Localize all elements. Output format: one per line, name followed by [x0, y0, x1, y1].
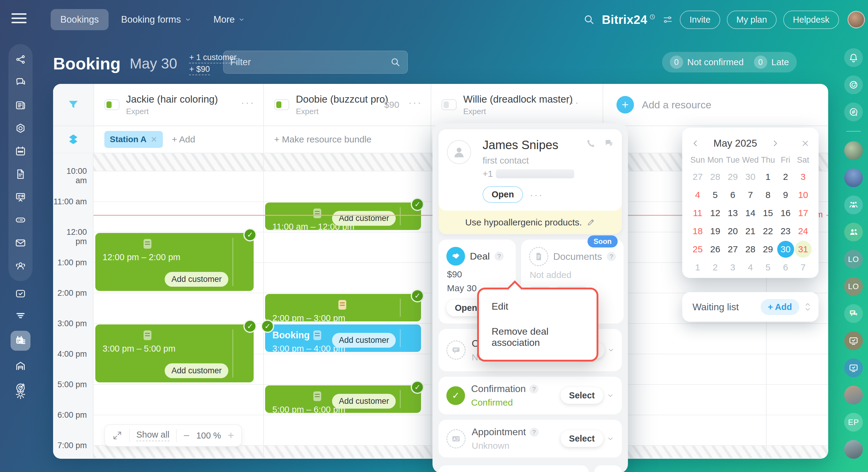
- show-all-link[interactable]: Show all: [136, 430, 169, 441]
- sidebar-item-news[interactable]: [14, 99, 27, 112]
- chat-icon[interactable]: [604, 138, 614, 148]
- appointment-select[interactable]: Select: [561, 430, 614, 447]
- sidebar-item-people[interactable]: [14, 260, 27, 272]
- calendar-day-26[interactable]: 26: [706, 240, 724, 258]
- calendar-day-19[interactable]: 19: [706, 222, 724, 240]
- zoom-in-button[interactable]: +: [228, 429, 234, 442]
- sidebar-item-document[interactable]: [14, 168, 27, 180]
- copilot-icon[interactable]: [844, 76, 863, 94]
- make-resource-bundle-link[interactable]: + Make resource bundle: [274, 134, 372, 145]
- calendar-day-4[interactable]: 4: [742, 258, 759, 276]
- chevron-down-icon[interactable]: [407, 394, 416, 404]
- sidebar-item-sites[interactable]: [14, 122, 27, 135]
- chevron-down-icon[interactable]: [239, 349, 249, 358]
- calendar-day-8[interactable]: 8: [759, 186, 777, 204]
- calendar-day-12[interactable]: 12: [706, 204, 724, 222]
- waiting-list-add-button[interactable]: + Add: [761, 299, 799, 315]
- station-a-chip[interactable]: Station A✕: [104, 131, 163, 148]
- add-customer-button[interactable]: Add customer: [332, 394, 396, 409]
- calendar-day-15[interactable]: 15: [759, 204, 777, 222]
- resource-jackie[interactable]: Jackie (hair coloring) Expert ···: [93, 84, 263, 125]
- calendar-day-24[interactable]: 24: [795, 222, 812, 240]
- sidebar-item-settings[interactable]: [14, 388, 27, 401]
- info-button[interactable]: [594, 465, 622, 472]
- chat-sync-icon[interactable]: [844, 102, 863, 121]
- resource-toggle[interactable]: [441, 99, 457, 110]
- two-people-icon[interactable]: [844, 223, 863, 241]
- booking-block[interactable]: Booking12:00 pm – 2:00 pmAdd customer✓: [95, 233, 254, 291]
- pencil-icon[interactable]: [587, 218, 595, 227]
- tab-bookings[interactable]: Bookings: [51, 9, 108, 30]
- sidebar-item-drive[interactable]: [14, 214, 27, 226]
- stage-open-pill[interactable]: Open: [483, 186, 523, 203]
- layers-icon[interactable]: [67, 133, 80, 146]
- phone-icon[interactable]: [586, 138, 596, 148]
- invite-button[interactable]: Invite: [680, 10, 720, 29]
- chevron-down-icon[interactable]: [407, 333, 416, 343]
- calendar-day-5[interactable]: 5: [706, 186, 724, 204]
- booking-block[interactable]: Booking11:00 am – 12:00 pmAdd customer✓: [265, 203, 421, 230]
- avatar-photo-1[interactable]: [844, 141, 863, 160]
- screen-check-icon[interactable]: [844, 358, 863, 377]
- calendar-day-14[interactable]: 14: [742, 204, 759, 222]
- sidebar-item-mail[interactable]: [14, 237, 27, 249]
- booking-block[interactable]: James Snipes2:00 pm – 3:00 pm$90CRM✓: [265, 294, 421, 321]
- expand-icon[interactable]: [112, 430, 122, 441]
- sidebar-item-warehouse[interactable]: [14, 360, 27, 373]
- search-icon[interactable]: [583, 13, 595, 26]
- calendar-day-2[interactable]: 2: [777, 168, 794, 186]
- sliders-icon[interactable]: [662, 14, 673, 25]
- help-icon[interactable]: ?: [529, 384, 538, 393]
- avatar-initials[interactable]: LO: [844, 250, 863, 269]
- calendar-day-9[interactable]: 9: [777, 186, 794, 204]
- collapse-toggle[interactable]: [804, 301, 811, 313]
- confirmation-select[interactable]: Select: [561, 387, 614, 404]
- screen-check-icon[interactable]: [844, 331, 863, 350]
- add-resource-button[interactable]: Add a resource: [602, 84, 766, 125]
- calendar-day-6[interactable]: 6: [724, 186, 742, 204]
- tab-booking-forms[interactable]: Booking forms: [112, 9, 201, 30]
- calendar-day-11[interactable]: 11: [689, 204, 706, 222]
- menu-item-edit[interactable]: Edit: [492, 301, 584, 312]
- add-station-link[interactable]: + Add: [172, 134, 195, 145]
- add-customer-button[interactable]: Add customer: [332, 333, 396, 348]
- chevron-down-icon[interactable]: [239, 257, 249, 267]
- add-customer-button[interactable]: Add customer: [165, 272, 228, 287]
- calendar-day-28[interactable]: 28: [706, 168, 724, 186]
- calendar-day-7[interactable]: 7: [742, 186, 759, 204]
- booking-block[interactable]: Booking3:00 pm – 4:00 pmAdd customer✓: [265, 324, 421, 352]
- chevron-down-icon[interactable]: [407, 303, 416, 313]
- calendar-day-23[interactable]: 23: [777, 222, 794, 240]
- calendar-day-10[interactable]: 10: [795, 186, 812, 204]
- tab-more[interactable]: More: [204, 9, 255, 30]
- menu-icon[interactable]: [11, 13, 27, 26]
- calendar-day-25[interactable]: 25: [689, 240, 706, 258]
- calendar-day-5[interactable]: 5: [759, 258, 777, 276]
- avatar-photo-3[interactable]: [844, 386, 863, 404]
- more-icon[interactable]: ···: [241, 101, 255, 104]
- add-customer-button[interactable]: Add customer: [332, 211, 396, 226]
- calendar-day-2[interactable]: 2: [706, 258, 724, 276]
- prev-month-icon[interactable]: [691, 139, 700, 148]
- sidebar-item-whiteboard[interactable]: [14, 191, 27, 203]
- search-icon[interactable]: [390, 57, 401, 68]
- close-icon[interactable]: [801, 139, 810, 148]
- calendar-day-27[interactable]: 27: [689, 168, 706, 186]
- add-customer-button[interactable]: Add customer: [165, 363, 228, 378]
- calendar-month[interactable]: May 2025: [702, 138, 769, 149]
- my-plan-button[interactable]: My plan: [727, 10, 777, 29]
- next-month-icon[interactable]: [771, 139, 780, 148]
- calendar-day-17[interactable]: 17: [795, 204, 812, 222]
- more-icon[interactable]: ···: [530, 193, 544, 196]
- group-hands-icon[interactable]: [844, 196, 863, 214]
- resource-toggle[interactable]: [274, 99, 289, 110]
- bell-icon[interactable]: [844, 48, 863, 67]
- calendar-day-3[interactable]: 3: [795, 168, 812, 186]
- avatar-photo-2[interactable]: [844, 168, 863, 187]
- filter-input[interactable]: Filter: [223, 51, 408, 73]
- page-date[interactable]: May 30: [130, 55, 177, 72]
- calendar-day-18[interactable]: 18: [689, 222, 706, 240]
- menu-item-remove-deal-association[interactable]: Remove deal association: [492, 326, 584, 348]
- sidebar-item-booking[interactable]: [10, 331, 30, 351]
- calendar-day-30[interactable]: 30: [777, 240, 794, 258]
